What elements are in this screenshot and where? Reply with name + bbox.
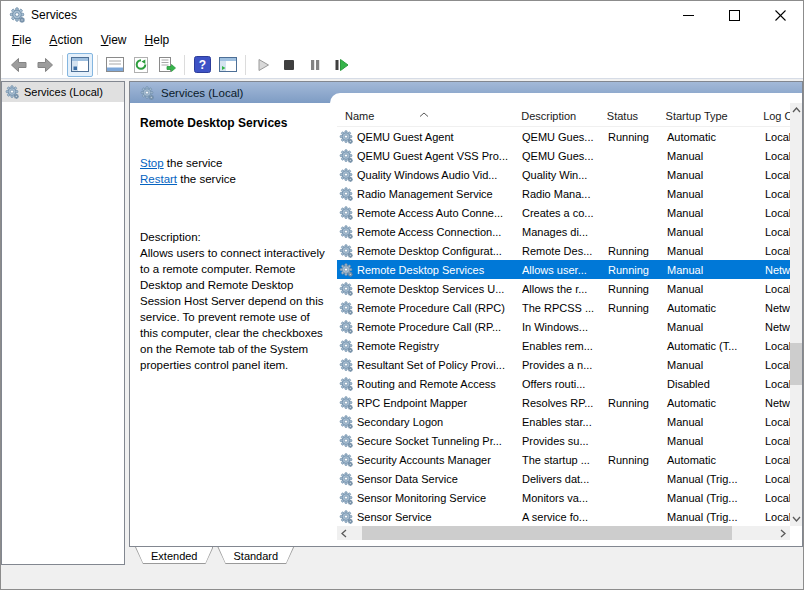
main-area: Services (Local) Services (Local) Remote… [1,79,803,565]
service-status-cell: Running [603,131,662,143]
service-row[interactable]: Secondary LogonEnables star...ManualLoca… [337,412,790,431]
service-gear-icon [339,301,353,315]
service-row[interactable]: Routing and Remote AccessOffers routi...… [337,374,790,393]
column-header-name[interactable]: Name [337,110,516,126]
service-name-cell: Routing and Remote Access [337,377,517,391]
tree-item-services-local[interactable]: Services (Local) [2,82,124,102]
column-header-status[interactable]: Status [602,110,661,126]
service-row[interactable]: Sensor Data ServiceDelivers dat...Manual… [337,469,790,488]
service-name-cell: Remote Procedure Call (RP... [337,320,517,334]
service-gear-icon [339,472,353,486]
service-row[interactable]: Sensor Monitoring ServiceMonitors va...M… [337,488,790,507]
maximize-button[interactable] [711,1,757,29]
service-row[interactable]: QEMU Guest Agent VSS Pro...QEMU Gues...M… [337,146,790,165]
service-description-cell: Quality Win... [517,169,603,181]
forward-button[interactable] [32,53,58,77]
service-logon-cell: Local [760,207,790,219]
minimize-button[interactable] [665,1,711,29]
horizontal-scrollbar[interactable] [337,526,790,540]
vertical-scroll-thumb[interactable] [790,343,802,385]
service-name-cell: Remote Access Connection... [337,225,517,239]
service-gear-icon [339,244,353,258]
refresh-button[interactable] [128,53,154,77]
menu-bar: File Action View Help [1,29,803,51]
service-row[interactable]: QEMU Guest AgentQEMU Gues...RunningAutom… [337,127,790,146]
svg-text:?: ? [198,58,205,72]
stop-service-link[interactable]: Stop [140,157,164,169]
show-console-tree-button[interactable] [67,53,93,77]
service-status-cell: Running [603,302,662,314]
service-startup-cell: Manual [662,226,760,238]
service-row[interactable]: Radio Management ServiceRadio Mana...Man… [337,184,790,203]
tab-standard[interactable]: Standard [217,547,294,564]
column-header-startup-type[interactable]: Startup Type [661,110,759,126]
service-row[interactable]: Sensor ServiceA service fo...Manual (Tri… [337,507,790,526]
action-pane-button[interactable] [215,53,241,77]
service-row[interactable]: Remote Procedure Call (RPC)The RPCSS ...… [337,298,790,317]
service-row[interactable]: RPC Endpoint MapperResolves RP...Running… [337,393,790,412]
service-row[interactable]: Secure Socket Tunneling Pr...Provides su… [337,431,790,450]
service-description-cell: In Windows... [517,321,603,333]
service-row[interactable]: Remote RegistryEnables rem...Automatic (… [337,336,790,355]
service-row[interactable]: Resultant Set of Policy Provi...Provides… [337,355,790,374]
service-row[interactable]: Quality Windows Audio Vid...Quality Win.… [337,165,790,184]
service-row[interactable]: Remote Access Connection...Manages di...… [337,222,790,241]
tab-extended[interactable]: Extended [135,547,213,564]
service-name-cell: Radio Management Service [337,187,517,201]
column-header-log-on-as[interactable]: Log On As [758,110,790,126]
vertical-scrollbar[interactable] [790,103,802,526]
menu-view[interactable]: View [92,31,136,49]
console-tree-icon [71,57,89,72]
service-name-cell: QEMU Guest Agent VSS Pro... [337,149,517,163]
properties-button[interactable] [102,53,128,77]
menu-file[interactable]: File [3,31,40,49]
service-name-cell: Secure Socket Tunneling Pr... [337,434,517,448]
pane-header-gear-icon [140,86,154,100]
service-name-cell: Remote Registry [337,339,517,353]
menu-action[interactable]: Action [40,31,91,49]
scroll-down-arrow[interactable] [790,512,802,526]
services-window: Services File Action View Help [0,0,804,590]
service-logon-cell: Local [760,378,790,390]
service-row[interactable]: Remote Access Auto Conne...Creates a co.… [337,203,790,222]
service-startup-cell: Manual [662,321,760,333]
service-gear-icon [339,149,353,163]
service-name-cell: Sensor Service [337,510,517,524]
start-service-button[interactable] [250,53,276,77]
service-status-cell: Running [603,454,662,466]
restart-service-button[interactable] [328,53,354,77]
service-name-cell: QEMU Guest Agent [337,130,517,144]
scroll-right-arrow[interactable] [776,526,790,540]
restart-service-link[interactable]: Restart [140,173,177,185]
service-row[interactable]: Remote Desktop Services U...Allows the r… [337,279,790,298]
menu-help[interactable]: Help [136,31,179,49]
service-gear-icon [339,510,353,524]
pause-service-button[interactable] [302,53,328,77]
close-button[interactable] [757,1,803,29]
chevron-left-icon [341,529,347,538]
service-startup-cell: Automatic [662,131,760,143]
action-pane-icon [219,57,237,72]
service-row[interactable]: Remote Procedure Call (RP...In Windows..… [337,317,790,336]
service-description-cell: Offers routi... [517,378,603,390]
sort-ascending-icon [419,112,429,117]
help-button[interactable]: ? [189,53,215,77]
column-header-description[interactable]: Description [516,110,602,126]
service-description-cell: Provides a n... [517,359,603,371]
services-node-icon [5,85,19,99]
export-list-button[interactable] [154,53,180,77]
service-logon-cell: Local [760,150,790,162]
service-startup-cell: Manual [662,435,760,447]
service-name-cell: Security Accounts Manager [337,453,517,467]
back-button[interactable] [6,53,32,77]
service-row[interactable]: Remote Desktop ServicesAllows user...Run… [337,260,790,279]
scroll-left-arrow[interactable] [337,526,351,540]
service-description-cell: Provides su... [517,435,603,447]
service-row[interactable]: Remote Desktop Configurat...Remote Des..… [337,241,790,260]
toolbar-separator [62,55,63,75]
service-logon-cell: Local [760,131,790,143]
scroll-up-arrow[interactable] [790,103,802,117]
stop-service-button[interactable] [276,53,302,77]
service-row[interactable]: Security Accounts ManagerThe startup ...… [337,450,790,469]
horizontal-scroll-thumb[interactable] [362,526,732,540]
